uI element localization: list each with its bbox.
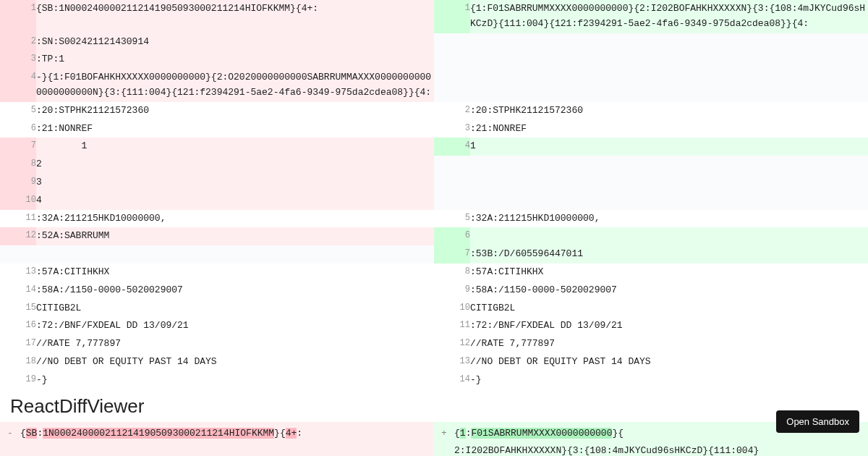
content-left: :58A:/1150-0000-5020029007 xyxy=(36,282,434,300)
line-number-right xyxy=(434,33,470,51)
line-number-right xyxy=(434,174,470,192)
line-number-left: 2 xyxy=(0,33,36,51)
content-right: :72:/BNF/FXDEAL DD 13/09/21 xyxy=(470,317,868,335)
line-number-right: 12 xyxy=(434,335,470,353)
content-right xyxy=(470,69,868,102)
content-left: -}{1:F01BOFAHKHXXXXX0000000000}{2:O20200… xyxy=(36,69,434,102)
line-number-right: 4 xyxy=(434,138,470,156)
content-left: :32A:211215HKD10000000, xyxy=(36,210,434,228)
line-number-right xyxy=(434,51,470,69)
diff-row: 6:21:NONREF3:21:NONREF xyxy=(0,120,868,138)
diff-row: 4-}{1:F01BOFAHKHXXXXX0000000000}{2:O2020… xyxy=(0,69,868,102)
line-number-left: 10 xyxy=(0,192,36,210)
content-left: :21:NONREF xyxy=(36,120,434,138)
content-left: 2 xyxy=(36,156,434,174)
diff-row: 82 xyxy=(0,156,868,174)
line-number-right xyxy=(434,156,470,174)
content-left: -} xyxy=(36,371,434,389)
line-number-right: 5 xyxy=(434,210,470,228)
minus-sign: - xyxy=(0,422,20,456)
line-number-right: 11 xyxy=(434,317,470,335)
content-right xyxy=(470,33,868,51)
content-right: //NO DEBT OR EQUITY PAST 14 DAYS xyxy=(470,353,868,371)
diff-viewer: 1{SB:1N0002400002112141905093000211214HI… xyxy=(0,0,868,456)
line-number-left: 19 xyxy=(0,371,36,389)
line-number-left: 7 xyxy=(0,138,36,156)
content-right xyxy=(470,156,868,174)
line-number-left: 8 xyxy=(0,156,36,174)
content-right: CITIGB2L xyxy=(470,300,868,318)
diff-row: 93 xyxy=(0,174,868,192)
line-number-right xyxy=(434,69,470,102)
line-number-right: 2 xyxy=(434,102,470,120)
content-left: CITIGB2L xyxy=(36,300,434,318)
content-left xyxy=(36,245,434,263)
diff-row: 16:72:/BNF/FXDEAL DD 13/09/2111:72:/BNF/… xyxy=(0,317,868,335)
line-number-left: 6 xyxy=(0,120,36,138)
diff-row: 7 141 xyxy=(0,138,868,156)
plus-sign: + xyxy=(434,422,454,456)
line-number-right: 10 xyxy=(434,300,470,318)
diff-row: 104 xyxy=(0,192,868,210)
word-diff-table: - {SB:1N0002400002112141905093000211214H… xyxy=(0,422,868,456)
line-number-right: 1 xyxy=(434,0,470,33)
line-number-left: 17 xyxy=(0,335,36,353)
line-number-right xyxy=(434,192,470,210)
content-right: //RATE 7,777897 xyxy=(470,335,868,353)
content-right: :20:STPHK21121572360 xyxy=(470,102,868,120)
diff-row: 18//NO DEBT OR EQUITY PAST 14 DAYS13//NO… xyxy=(0,353,868,371)
content-right xyxy=(470,51,868,69)
content-left: //NO DEBT OR EQUITY PAST 14 DAYS xyxy=(36,353,434,371)
line-number-left: 15 xyxy=(0,300,36,318)
line-number-left: 13 xyxy=(0,263,36,282)
line-number-left: 9 xyxy=(0,174,36,192)
content-left: :52A:SABRRUMM xyxy=(36,227,434,245)
content-left: {SB:1N0002400002112141905093000211214HIO… xyxy=(36,0,434,33)
line-number-left: 5 xyxy=(0,102,36,120)
line-number-left: 11 xyxy=(0,210,36,228)
content-right xyxy=(470,192,868,210)
content-left: :SN:S002421121430914 xyxy=(36,33,434,51)
diff-row: 15CITIGB2L10CITIGB2L xyxy=(0,300,868,318)
section-heading: ReactDiffViewer xyxy=(0,389,868,422)
content-right: 1 xyxy=(470,138,868,156)
diff-row: 1{SB:1N0002400002112141905093000211214HI… xyxy=(0,0,868,33)
content-right: :53B:/D/605596447011 xyxy=(470,245,868,263)
diff-row: 11:32A:211215HKD10000000,5:32A:211215HKD… xyxy=(0,210,868,228)
content-right: :32A:211215HKD10000000, xyxy=(470,210,868,228)
open-sandbox-button[interactable]: Open Sandbox xyxy=(776,410,859,433)
content-left: :72:/BNF/FXDEAL DD 13/09/21 xyxy=(36,317,434,335)
content-right: {1:F01SABRRUMMXXXX0000000000}{2:I202BOFA… xyxy=(470,0,868,33)
line-number-left xyxy=(0,245,36,263)
line-number-right: 7 xyxy=(434,245,470,263)
line-number-left: 18 xyxy=(0,353,36,371)
diff-row: 5:20:STPHK211215723602:20:STPHK211215723… xyxy=(0,102,868,120)
line-number-right: 8 xyxy=(434,263,470,282)
diff-table: 1{SB:1N0002400002112141905093000211214HI… xyxy=(0,0,868,389)
line-number-left: 3 xyxy=(0,51,36,69)
diff-row: 2:SN:S002421121430914 xyxy=(0,33,868,51)
line-number-left: 14 xyxy=(0,282,36,300)
content-left: :57A:CITIHKHX xyxy=(36,263,434,282)
diff-row: 3:TP:1 xyxy=(0,51,868,69)
line-number-right: 14 xyxy=(434,371,470,389)
content-left: :20:STPHK21121572360 xyxy=(36,102,434,120)
line-number-right: 6 xyxy=(434,227,470,245)
content-left: //RATE 7,777897 xyxy=(36,335,434,353)
content-left: 3 xyxy=(36,174,434,192)
diff-row: 17//RATE 7,77789712//RATE 7,777897 xyxy=(0,335,868,353)
content-right xyxy=(470,174,868,192)
content-right: :58A:/1150-0000-5020029007 xyxy=(470,282,868,300)
content-left: 4 xyxy=(36,192,434,210)
line-number-right: 13 xyxy=(434,353,470,371)
content-left: 1 xyxy=(36,138,434,156)
line-number-left: 12 xyxy=(0,227,36,245)
word-diff-row: - {SB:1N0002400002112141905093000211214H… xyxy=(0,422,868,456)
content-left: :TP:1 xyxy=(36,51,434,69)
diff-row: 7:53B:/D/605596447011 xyxy=(0,245,868,263)
line-number-right: 9 xyxy=(434,282,470,300)
content-right: :21:NONREF xyxy=(470,120,868,138)
diff-row: 12:52A:SABRRUMM6 xyxy=(0,227,868,245)
line-number-left: 4 xyxy=(0,69,36,102)
line-number-left: 1 xyxy=(0,0,36,33)
